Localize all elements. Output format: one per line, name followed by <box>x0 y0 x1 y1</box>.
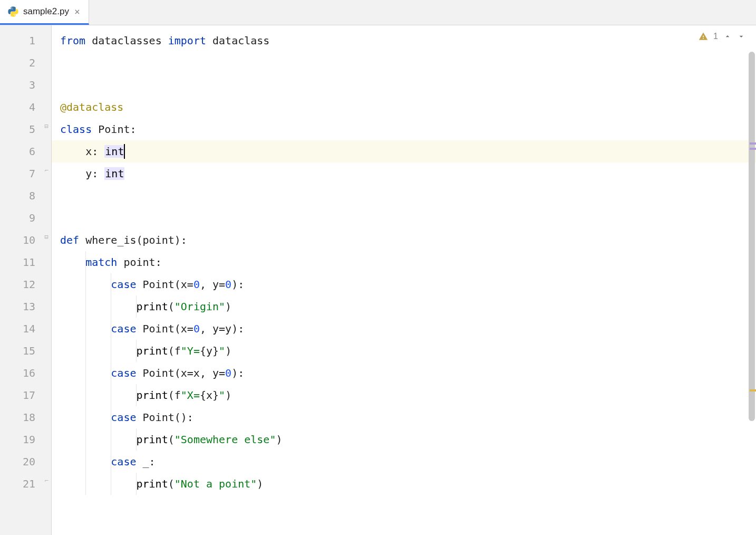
editor: 1 2 3 4 5 6 7 8 9 10 11 12 13 14 15 16 1… <box>0 25 756 535</box>
code-line[interactable]: print("Somewhere else") <box>52 428 756 451</box>
fold-strip: ⊟ ⌐ ⊟ ⌐ <box>43 30 51 535</box>
code-line[interactable]: print(f"X={x}") <box>52 384 756 406</box>
code-line[interactable]: def where_is(point): <box>52 229 756 251</box>
close-icon[interactable]: × <box>73 7 81 16</box>
fold-end-icon[interactable]: ⌐ <box>43 477 50 484</box>
code-line[interactable]: from dataclasses import dataclass <box>52 30 756 52</box>
fold-toggle-icon[interactable]: ⊟ <box>43 122 50 130</box>
code-line[interactable]: case Point(x=0, y=y): <box>52 318 756 340</box>
code-line[interactable]: case Point(x=0, y=0): <box>52 273 756 295</box>
code-line-current[interactable]: x: int <box>52 140 756 163</box>
code-line[interactable]: @dataclass <box>52 96 756 118</box>
code-line[interactable]: case _: <box>52 451 756 473</box>
error-stripe-caret[interactable] <box>750 148 756 150</box>
inspection-count: 1 <box>713 32 718 41</box>
code-area[interactable]: 1 from dataclasses import dataclass @dat… <box>52 25 756 535</box>
tab-filename: sample2.py <box>23 6 69 17</box>
chevron-down-icon[interactable] <box>737 32 745 41</box>
error-stripe-caret[interactable] <box>750 142 756 145</box>
tab-bar: sample2.py × <box>0 0 756 25</box>
code-line[interactable]: print(f"Y={y}") <box>52 340 756 362</box>
code-line[interactable]: match point: <box>52 251 756 273</box>
code-line[interactable]: case Point(x=x, y=0): <box>52 362 756 384</box>
code-line[interactable]: case Point(): <box>52 406 756 428</box>
code-line[interactable] <box>52 185 756 207</box>
scroll-thumb[interactable] <box>749 52 755 421</box>
text-caret <box>124 144 125 159</box>
code-line[interactable] <box>52 207 756 229</box>
code-line[interactable] <box>52 52 756 74</box>
scrollbar[interactable] <box>748 25 756 535</box>
error-stripe-warning[interactable] <box>750 389 756 391</box>
code-line[interactable] <box>52 74 756 96</box>
inspection-widget[interactable]: 1 <box>699 32 745 41</box>
code-line[interactable]: y: int <box>52 163 756 185</box>
warning-icon <box>699 32 708 41</box>
chevron-up-icon[interactable] <box>723 32 732 41</box>
gutter: 1 2 3 4 5 6 7 8 9 10 11 12 13 14 15 16 1… <box>0 25 52 535</box>
fold-end-icon[interactable]: ⌐ <box>43 167 50 174</box>
code-line[interactable]: print("Origin") <box>52 295 756 318</box>
code-line[interactable]: print("Not a point") <box>52 473 756 495</box>
python-file-icon <box>7 6 19 17</box>
code-line[interactable]: class Point: <box>52 118 756 140</box>
fold-toggle-icon[interactable]: ⊟ <box>43 233 50 241</box>
editor-tab[interactable]: sample2.py × <box>0 0 89 25</box>
